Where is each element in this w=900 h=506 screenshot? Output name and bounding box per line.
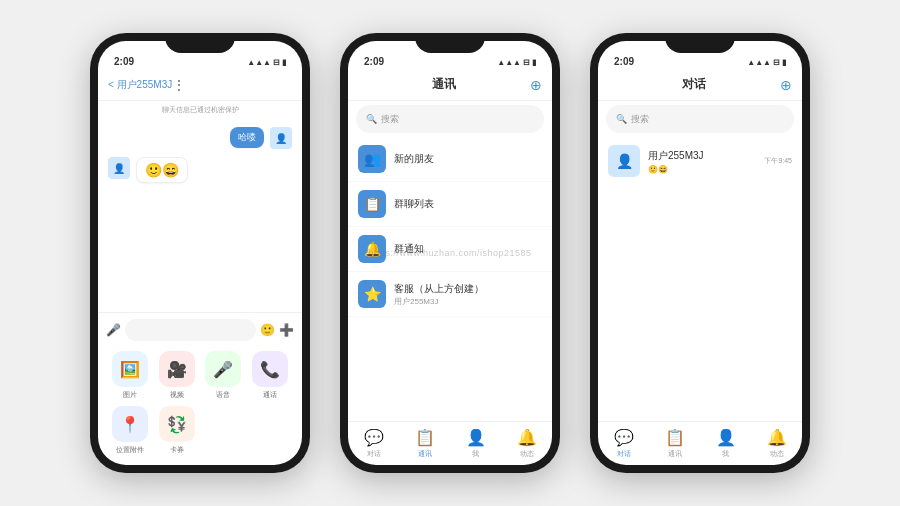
contact-group-list[interactable]: 📋 群聊列表	[348, 182, 552, 227]
status-time-3: 2:09	[614, 56, 634, 67]
new-friends-label: 新的朋友	[394, 152, 542, 166]
screen-1: 2:09 ▲▲▲ ⊟ ▮ < 用户255M3J ⋮ 聊天信息已通过机密保护 👤 …	[98, 41, 302, 465]
conv-avatar-1: 👤	[608, 145, 640, 177]
action-video[interactable]: 🎥 视频	[157, 351, 198, 400]
tab-bar-2: 💬 对话 📋 通讯 👤 我 🔔 动态	[348, 421, 552, 465]
action-call[interactable]: 📞 通话	[250, 351, 291, 400]
nav-title-3: 对话	[608, 76, 780, 93]
group-list-label: 群聊列表	[394, 197, 542, 211]
action-voice-label: 语音	[216, 390, 230, 400]
emoji-icon[interactable]: 🙂	[260, 323, 275, 337]
bubble-right: 哈喽	[230, 127, 264, 148]
notch-2	[415, 33, 485, 53]
conv-time-1: 下午9:45	[764, 156, 792, 166]
action-video-btn[interactable]: 🎥	[159, 351, 195, 387]
tab-conversation-3[interactable]: 💬 对话	[598, 428, 649, 459]
tab-conversation-2[interactable]: 💬 对话	[348, 428, 399, 459]
contact-new-friends[interactable]: 👥 新的朋友	[348, 137, 552, 182]
tab-bar-3: 💬 对话 📋 通讯 👤 我 🔔 动态	[598, 421, 802, 465]
tab-feed-2[interactable]: 🔔 动态	[501, 428, 552, 459]
tab-feed-3[interactable]: 🔔 动态	[751, 428, 802, 459]
action-coupon-label: 卡券	[170, 445, 184, 455]
chat-msg-left: 👤 🙂😄	[98, 153, 302, 187]
screen-2: 2:09 ▲▲▲ ⊟ ▮ 通讯 ⊕ 🔍 搜索 👥 新的朋友 📋 群聊	[348, 41, 552, 465]
action-voice-btn[interactable]: 🎤	[205, 351, 241, 387]
contact-group-notify[interactable]: 🔔 群通知	[348, 227, 552, 272]
service-info: 客服（从上方创建） 用户255M3J	[394, 282, 542, 307]
chat-input[interactable]	[125, 319, 256, 341]
nav-title-2: 通讯	[358, 76, 530, 93]
nav-back-1[interactable]: < 用户255M3J	[108, 78, 172, 92]
avatar-left: 👤	[108, 157, 130, 179]
screen-3: 2:09 ▲▲▲ ⊟ ▮ 对话 ⊕ 🔍 搜索 👤 用户255M3J 🙂😄	[598, 41, 802, 465]
status-time-2: 2:09	[364, 56, 384, 67]
action-location-label: 位置附件	[116, 445, 144, 455]
status-icons-1: ▲▲▲ ⊟ ▮	[247, 58, 286, 67]
input-area-1: 🎤 🙂 ➕ 🖼️ 图片 🎥 视频 🎤 语音	[98, 312, 302, 465]
action-voice[interactable]: 🎤 语音	[203, 351, 244, 400]
action-location[interactable]: 📍 位置附件	[110, 406, 151, 455]
action-call-label: 通话	[263, 390, 277, 400]
contact-service[interactable]: ⭐ 客服（从上方创建） 用户255M3J	[348, 272, 552, 317]
nav-bar-2: 通讯 ⊕	[348, 69, 552, 101]
mic-icon[interactable]: 🎤	[106, 323, 121, 337]
new-friends-icon: 👥	[358, 145, 386, 173]
tab-contacts-2[interactable]: 📋 通讯	[399, 428, 450, 459]
phone-2: 2:09 ▲▲▲ ⊟ ▮ 通讯 ⊕ 🔍 搜索 👥 新的朋友 📋 群聊	[340, 33, 560, 473]
conv-info-1: 用户255M3J 🙂😄	[648, 149, 756, 174]
contact-list: 👥 新的朋友 📋 群聊列表 🔔 群通知 ⭐ 客服（从上方创建） 用户255M3J	[348, 137, 552, 421]
sys-msg-1: 聊天信息已通过机密保护	[98, 105, 302, 115]
notch-1	[165, 33, 235, 53]
service-label: 客服（从上方创建）	[394, 282, 542, 296]
search-bar-3[interactable]: 🔍 搜索	[606, 105, 794, 133]
action-coupon[interactable]: 💱 卡券	[157, 406, 198, 455]
search-bar-2[interactable]: 🔍 搜索	[356, 105, 544, 133]
action-call-btn[interactable]: 📞	[252, 351, 288, 387]
chat-content-1: 👤 哈喽 👤 🙂😄	[98, 119, 302, 312]
conv-name-1: 用户255M3J	[648, 149, 756, 163]
nav-more-1[interactable]: ⋮	[172, 77, 186, 93]
conv-item-1[interactable]: 👤 用户255M3J 🙂😄 下午9:45	[598, 137, 802, 185]
emoji-bubble: 🙂😄	[145, 162, 179, 178]
phone-3: 2:09 ▲▲▲ ⊟ ▮ 对话 ⊕ 🔍 搜索 👤 用户255M3J 🙂😄	[590, 33, 810, 473]
chat-msg-right: 👤 哈喽	[98, 123, 302, 153]
bubble-left: 🙂😄	[136, 157, 188, 183]
group-notify-label: 群通知	[394, 242, 542, 256]
status-icons-2: ▲▲▲ ⊟ ▮	[497, 58, 536, 67]
group-list-icon: 📋	[358, 190, 386, 218]
search-icon-2: 🔍	[366, 114, 377, 124]
search-placeholder-3: 搜索	[631, 113, 649, 126]
tab-contacts-3[interactable]: 📋 通讯	[649, 428, 700, 459]
quick-actions: 🖼️ 图片 🎥 视频 🎤 语音 📞 通话 📍 位置附件	[106, 347, 294, 459]
service-sub: 用户255M3J	[394, 296, 542, 307]
action-coupon-btn[interactable]: 💱	[159, 406, 195, 442]
search-icon-3: 🔍	[616, 114, 627, 124]
phone-1: 2:09 ▲▲▲ ⊟ ▮ < 用户255M3J ⋮ 聊天信息已通过机密保护 👤 …	[90, 33, 310, 473]
add-icon[interactable]: ➕	[279, 323, 294, 337]
action-photo-btn[interactable]: 🖼️	[112, 351, 148, 387]
nav-bar-1: < 用户255M3J ⋮	[98, 69, 302, 101]
action-photo[interactable]: 🖼️ 图片	[110, 351, 151, 400]
search-placeholder-2: 搜索	[381, 113, 399, 126]
nav-add-3[interactable]: ⊕	[780, 77, 792, 93]
avatar-right: 👤	[270, 127, 292, 149]
tab-me-3[interactable]: 👤 我	[700, 428, 751, 459]
notch-3	[665, 33, 735, 53]
action-photo-label: 图片	[123, 390, 137, 400]
status-time-1: 2:09	[114, 56, 134, 67]
nav-bar-3: 对话 ⊕	[598, 69, 802, 101]
status-icons-3: ▲▲▲ ⊟ ▮	[747, 58, 786, 67]
nav-add-2[interactable]: ⊕	[530, 77, 542, 93]
conversation-list: 👤 用户255M3J 🙂😄 下午9:45	[598, 137, 802, 421]
service-icon: ⭐	[358, 280, 386, 308]
tab-me-2[interactable]: 👤 我	[450, 428, 501, 459]
input-row-1: 🎤 🙂 ➕	[106, 319, 294, 341]
action-video-label: 视频	[170, 390, 184, 400]
conv-preview-1: 🙂😄	[648, 165, 756, 174]
action-location-btn[interactable]: 📍	[112, 406, 148, 442]
group-notify-icon: 🔔	[358, 235, 386, 263]
